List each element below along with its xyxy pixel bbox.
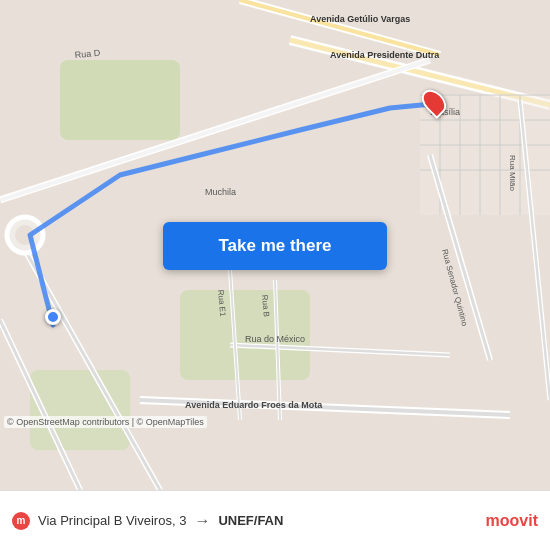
start-pin <box>45 309 61 325</box>
origin-text: Via Principal B Viveiros, 3 <box>38 513 186 528</box>
osm-credit: © OpenStreetMap contributors | © OpenMap… <box>4 416 207 428</box>
svg-text:Avenida Eduardo Froes da Mota: Avenida Eduardo Froes da Mota <box>185 400 323 410</box>
route-arrow-icon: → <box>194 512 210 530</box>
svg-text:Avenida Getúlio Vargas: Avenida Getúlio Vargas <box>310 14 410 24</box>
svg-text:Rua Milão: Rua Milão <box>508 155 517 192</box>
destination-text: UNEF/FAN <box>218 513 283 528</box>
map-container: Rua D Avenida Getúlio Vargas Avenida Pre… <box>0 0 550 490</box>
take-me-there-button[interactable]: Take me there <box>163 222 387 270</box>
moovit-logo-text: moovit <box>486 512 538 530</box>
end-pin <box>424 88 444 116</box>
moovit-circle-icon: m <box>12 512 30 530</box>
route-info: m Via Principal B Viveiros, 3 → UNEF/FAN <box>12 512 486 530</box>
svg-text:Avenida Presidente Dutra: Avenida Presidente Dutra <box>330 50 440 60</box>
svg-rect-1 <box>60 60 180 140</box>
moovit-logo: moovit <box>486 512 538 530</box>
svg-text:Muchila: Muchila <box>205 187 236 197</box>
bottom-bar: m Via Principal B Viveiros, 3 → UNEF/FAN… <box>0 490 550 550</box>
svg-text:Rua do México: Rua do México <box>245 334 305 344</box>
